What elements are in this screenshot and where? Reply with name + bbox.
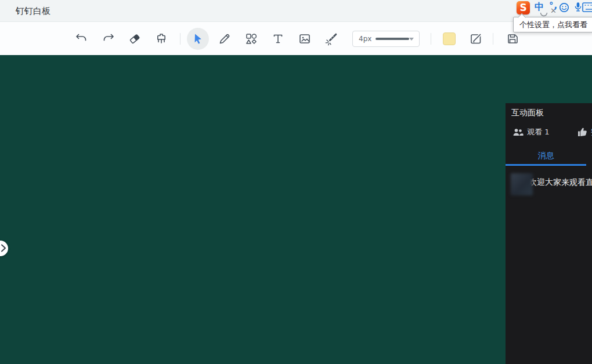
chevron-down-icon bbox=[409, 38, 414, 41]
viewers-label: 观看 1 bbox=[527, 127, 549, 137]
chevron-right-icon bbox=[1, 244, 6, 252]
color-swatch-button[interactable] bbox=[443, 32, 456, 45]
eraser-button[interactable] bbox=[125, 29, 145, 49]
pen-icon bbox=[218, 32, 232, 46]
ime-chinese-mode[interactable]: 中 bbox=[535, 1, 544, 13]
redo-icon bbox=[102, 32, 115, 46]
viewers-stat[interactable]: 观看 1 bbox=[512, 127, 549, 137]
laser-pointer-button[interactable] bbox=[322, 29, 341, 49]
clear-brush-button[interactable] bbox=[151, 29, 171, 49]
annotate-icon bbox=[469, 32, 483, 46]
undo-button[interactable] bbox=[71, 29, 91, 49]
interaction-panel: 互动面板 观看 1 赞 消息 欢迎大家来观看直播 bbox=[506, 103, 592, 364]
select-cursor-button[interactable] bbox=[187, 28, 209, 50]
emoji-icon[interactable] bbox=[559, 2, 569, 13]
likes-stat[interactable]: 赞 bbox=[577, 127, 592, 137]
tab-active-underline bbox=[506, 164, 586, 166]
chat-message-row: 欢迎大家来观看直播 bbox=[506, 173, 592, 196]
laser-pointer-icon bbox=[324, 32, 338, 46]
cursor-icon bbox=[191, 32, 205, 46]
whiteboard-toolbar: 4px bbox=[0, 23, 592, 55]
sogou-logo-icon[interactable]: S bbox=[517, 1, 530, 14]
app-title: 钉钉白板 bbox=[16, 0, 50, 22]
avatar bbox=[511, 173, 533, 195]
stroke-width-preview bbox=[376, 38, 409, 40]
toolbar-divider bbox=[431, 33, 431, 45]
image-button[interactable] bbox=[295, 29, 315, 49]
shapes-button[interactable] bbox=[241, 29, 261, 49]
clear-brush-icon bbox=[154, 32, 168, 46]
image-icon bbox=[298, 32, 312, 46]
keyboard-icon[interactable] bbox=[582, 2, 592, 12]
viewers-icon bbox=[512, 128, 524, 137]
title-bar: 钉钉白板 ✕ bbox=[0, 0, 592, 22]
panel-title: 互动面板 bbox=[511, 108, 544, 118]
thumbs-up-icon bbox=[577, 128, 587, 137]
tab-messages[interactable]: 消息 bbox=[506, 147, 586, 164]
stroke-width-value: 4px bbox=[359, 35, 371, 43]
shapes-icon bbox=[244, 32, 258, 46]
text-icon bbox=[271, 32, 285, 46]
text-button[interactable] bbox=[268, 29, 288, 49]
save-icon bbox=[506, 32, 519, 46]
chat-message-text: 欢迎大家来观看直播 bbox=[529, 177, 592, 188]
ime-punctuation-mode[interactable]: °, bbox=[549, 1, 558, 11]
redo-button[interactable] bbox=[99, 29, 118, 49]
undo-icon bbox=[74, 32, 88, 46]
eraser-icon bbox=[128, 32, 142, 46]
annotate-button[interactable] bbox=[466, 29, 486, 49]
ime-tooltip[interactable]: 个性设置，点我看看 bbox=[513, 17, 592, 32]
pen-button[interactable] bbox=[215, 29, 234, 49]
stroke-width-select[interactable]: 4px bbox=[352, 31, 420, 47]
toolbar-divider bbox=[493, 33, 493, 45]
whiteboard-canvas[interactable] bbox=[0, 55, 592, 364]
toolbar-divider bbox=[180, 33, 181, 45]
